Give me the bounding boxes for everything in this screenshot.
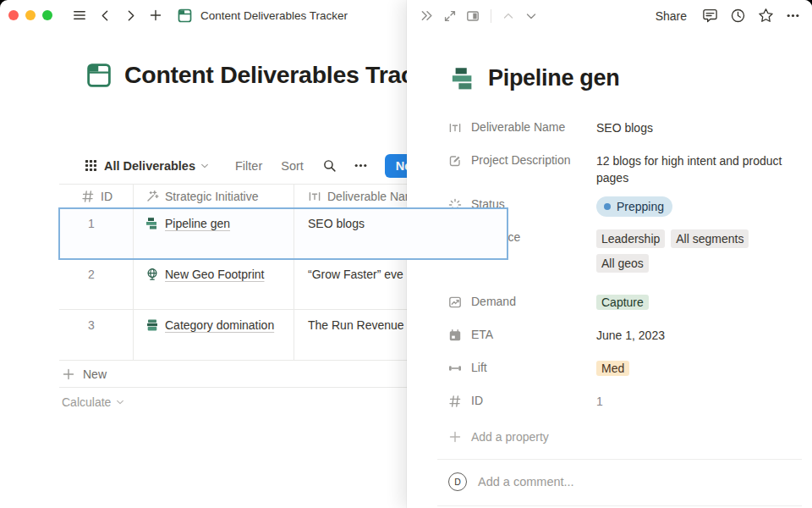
property-value[interactable]: Prepping	[596, 190, 786, 219]
tag: All segments	[671, 229, 749, 248]
page-icon[interactable]	[86, 63, 112, 88]
initiative-title: Pipeline gen	[165, 217, 230, 230]
property-value[interactable]: SEO blogs	[596, 113, 786, 142]
add-property-button[interactable]: Add a property	[448, 424, 812, 450]
cell-deliverable-name[interactable]: SEO blogs	[294, 208, 508, 258]
column-header-id[interactable]: ID	[59, 185, 134, 207]
chevron-down-icon	[115, 397, 125, 407]
search-icon[interactable]	[322, 158, 337, 173]
comment-section: D Add a comment...	[437, 459, 802, 506]
cell-id[interactable]: 1	[59, 208, 134, 258]
window-title: Content Deliverables Tracker	[200, 9, 348, 22]
app-window: Content Deliverables Tracker Content Del…	[0, 0, 812, 508]
table-view-icon	[85, 159, 97, 172]
status-dot	[604, 203, 611, 210]
dumbbell-icon	[448, 362, 462, 375]
sort-button[interactable]: Sort	[281, 159, 304, 173]
initiative-title: New Geo Footprint	[165, 268, 265, 281]
title-icon	[448, 121, 462, 135]
tag: All geos	[596, 254, 649, 273]
initiative-page-link[interactable]: Pipeline gen	[145, 217, 230, 230]
tag: Leadership	[596, 229, 665, 248]
share-button[interactable]: Share	[656, 9, 687, 23]
initiative-page-link[interactable]: Category domination	[145, 318, 274, 332]
property-value[interactable]: Capture	[596, 288, 786, 317]
calendar-icon	[448, 329, 462, 342]
chevron-down-icon[interactable]	[200, 161, 210, 171]
property-label[interactable]: Lift	[448, 354, 596, 383]
cell-strategic-initiative[interactable]: New Geo Footprint	[134, 259, 294, 309]
property-label[interactable]: ETA	[448, 321, 596, 350]
record-header: Pipeline gen	[451, 65, 812, 91]
forward-button[interactable]	[122, 7, 139, 24]
property-row-project-description: Project Description12 blogs for high int…	[448, 146, 795, 186]
property-name: ETA	[471, 328, 493, 341]
close-peek-icon[interactable]	[420, 8, 434, 23]
tag: Capture	[596, 295, 649, 310]
favorite-star-icon[interactable]	[758, 8, 774, 24]
title-icon	[308, 190, 321, 203]
titlebar: Content Deliverables Tracker	[0, 0, 407, 30]
hash-icon	[448, 395, 462, 408]
new-row-label: New	[83, 367, 107, 381]
initiative-page-link[interactable]: New Geo Footprint	[145, 268, 265, 281]
calculate-label: Calculate	[62, 395, 111, 409]
property-value[interactable]: LeadershipAll segmentsAll geos	[596, 224, 786, 273]
bar-chart-icon	[145, 217, 159, 230]
property-label[interactable]: Demand	[448, 288, 596, 317]
record-icon[interactable]	[451, 66, 476, 91]
cell-id[interactable]: 3	[59, 310, 134, 360]
tag: Med	[596, 361, 629, 376]
add-property-label: Add a property	[471, 430, 549, 444]
more-options-icon[interactable]	[354, 158, 368, 173]
menu-icon[interactable]	[71, 7, 88, 24]
cell-strategic-initiative[interactable]: Category domination	[134, 310, 294, 360]
new-tab-button[interactable]	[147, 7, 164, 24]
avatar: D	[448, 472, 467, 491]
cell-strategic-initiative[interactable]: Pipeline gen	[134, 208, 294, 258]
page-title[interactable]: Content Deliverables Tracker	[124, 61, 449, 89]
property-value[interactable]: 1	[596, 387, 786, 416]
property-row-lift: LiftMed	[448, 354, 795, 383]
record-title[interactable]: Pipeline gen	[488, 65, 619, 91]
close-window-button[interactable]	[8, 10, 19, 20]
column-label: ID	[101, 190, 112, 203]
plus-icon	[448, 430, 462, 444]
comment-input[interactable]: Add a comment...	[478, 475, 574, 489]
column-header-strategic-initiative[interactable]: Strategic Initiative	[134, 185, 294, 207]
property-value[interactable]: Med	[596, 354, 786, 383]
property-value[interactable]: June 1, 2023	[596, 321, 786, 350]
property-label[interactable]: Project Description	[448, 146, 596, 186]
cell-id[interactable]: 2	[59, 259, 134, 309]
comments-icon[interactable]	[702, 8, 718, 24]
updates-clock-icon[interactable]	[730, 8, 746, 24]
property-value[interactable]: 12 blogs for high intent and product pag…	[596, 146, 786, 186]
property-name: Lift	[471, 361, 487, 374]
column-label: Strategic Initiative	[165, 190, 259, 203]
property-label[interactable]: ID	[448, 387, 596, 416]
plus-icon	[62, 367, 75, 381]
zoom-window-button[interactable]	[42, 10, 52, 20]
page-header: Content Deliverables Tracker	[86, 61, 449, 89]
property-name: Project Description	[471, 153, 571, 167]
property-row-eta: ETAJune 1, 2023	[448, 321, 795, 350]
initiative-title: Category domination	[165, 318, 274, 332]
property-label[interactable]: Deliverable Name	[448, 113, 596, 142]
back-button[interactable]	[96, 7, 113, 24]
next-record-icon[interactable]	[524, 9, 538, 23]
minimize-window-button[interactable]	[25, 10, 36, 20]
side-peek-icon[interactable]	[466, 9, 480, 23]
comment-input-row[interactable]: D Add a comment...	[437, 460, 802, 505]
toolbar-divider	[491, 9, 491, 23]
property-name: Demand	[471, 295, 516, 308]
page-icon-small	[176, 7, 193, 24]
more-options-icon[interactable]	[786, 8, 800, 23]
previous-record-icon[interactable]	[502, 9, 515, 23]
view-name[interactable]: All Deliverables	[104, 159, 195, 173]
globe-icon	[145, 268, 159, 281]
expand-page-icon[interactable]	[443, 9, 457, 23]
wand-icon	[145, 190, 159, 203]
books-icon	[145, 318, 159, 332]
status-badge: Prepping	[596, 196, 672, 217]
filter-button[interactable]: Filter	[235, 159, 262, 173]
